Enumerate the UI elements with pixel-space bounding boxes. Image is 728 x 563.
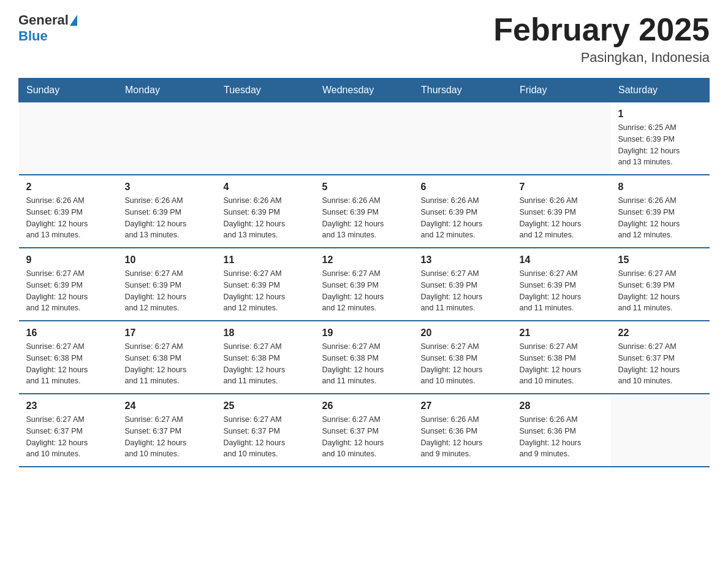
calendar-cell: 4Sunrise: 6:26 AMSunset: 6:39 PMDaylight… — [216, 175, 315, 248]
calendar-cell: 27Sunrise: 6:26 AMSunset: 6:36 PMDayligh… — [414, 394, 512, 467]
calendar-subtitle: Pasingkan, Indonesia — [493, 50, 710, 66]
calendar-cell: 1Sunrise: 6:25 AMSunset: 6:39 PMDaylight… — [611, 102, 710, 175]
day-number: 9 — [26, 255, 110, 266]
day-number: 10 — [125, 255, 209, 266]
day-number: 1 — [618, 109, 702, 120]
day-info: Sunrise: 6:26 AMSunset: 6:36 PMDaylight:… — [421, 414, 505, 460]
day-number: 4 — [224, 182, 308, 193]
day-number: 19 — [322, 327, 406, 339]
calendar-cell: 16Sunrise: 6:27 AMSunset: 6:38 PMDayligh… — [19, 321, 118, 394]
weekday-header-saturday: Saturday — [611, 79, 710, 102]
calendar-week-row: 16Sunrise: 6:27 AMSunset: 6:38 PMDayligh… — [19, 321, 710, 394]
day-info: Sunrise: 6:27 AMSunset: 6:37 PMDaylight:… — [125, 414, 209, 460]
calendar-week-row: 2Sunrise: 6:26 AMSunset: 6:39 PMDaylight… — [19, 175, 710, 248]
day-info: Sunrise: 6:27 AMSunset: 6:39 PMDaylight:… — [26, 268, 110, 314]
day-info: Sunrise: 6:27 AMSunset: 6:38 PMDaylight:… — [322, 341, 406, 387]
weekday-header-row: SundayMondayTuesdayWednesdayThursdayFrid… — [19, 79, 710, 102]
day-number: 11 — [224, 255, 308, 266]
day-number: 2 — [26, 182, 110, 193]
day-number: 20 — [421, 327, 505, 339]
calendar-cell — [611, 394, 710, 467]
calendar-cell: 13Sunrise: 6:27 AMSunset: 6:39 PMDayligh… — [414, 248, 512, 321]
day-info: Sunrise: 6:27 AMSunset: 6:37 PMDaylight:… — [26, 414, 110, 460]
day-number: 21 — [520, 327, 604, 339]
calendar-cell: 3Sunrise: 6:26 AMSunset: 6:39 PMDaylight… — [118, 175, 216, 248]
day-info: Sunrise: 6:26 AMSunset: 6:39 PMDaylight:… — [125, 195, 209, 241]
day-info: Sunrise: 6:26 AMSunset: 6:39 PMDaylight:… — [322, 195, 406, 241]
calendar-cell: 21Sunrise: 6:27 AMSunset: 6:38 PMDayligh… — [512, 321, 611, 394]
calendar-cell: 7Sunrise: 6:26 AMSunset: 6:39 PMDaylight… — [512, 175, 611, 248]
day-info: Sunrise: 6:26 AMSunset: 6:36 PMDaylight:… — [520, 414, 604, 460]
calendar-cell: 20Sunrise: 6:27 AMSunset: 6:38 PMDayligh… — [414, 321, 512, 394]
day-number: 26 — [322, 400, 406, 412]
calendar-cell: 25Sunrise: 6:27 AMSunset: 6:37 PMDayligh… — [216, 394, 315, 467]
calendar-cell — [315, 102, 414, 175]
calendar-week-row: 1Sunrise: 6:25 AMSunset: 6:39 PMDaylight… — [19, 102, 710, 175]
day-number: 17 — [125, 327, 209, 339]
calendar-cell: 26Sunrise: 6:27 AMSunset: 6:37 PMDayligh… — [315, 394, 414, 467]
day-number: 25 — [224, 400, 308, 412]
calendar-cell: 15Sunrise: 6:27 AMSunset: 6:39 PMDayligh… — [611, 248, 710, 321]
day-number: 23 — [26, 400, 110, 412]
day-info: Sunrise: 6:26 AMSunset: 6:39 PMDaylight:… — [26, 195, 110, 241]
weekday-header-monday: Monday — [118, 79, 216, 102]
calendar-cell: 22Sunrise: 6:27 AMSunset: 6:37 PMDayligh… — [611, 321, 710, 394]
calendar-table: SundayMondayTuesdayWednesdayThursdayFrid… — [18, 78, 710, 467]
page-header: General Blue February 2025 Pasingkan, In… — [18, 12, 710, 66]
calendar-cell: 17Sunrise: 6:27 AMSunset: 6:38 PMDayligh… — [118, 321, 216, 394]
weekday-header-thursday: Thursday — [414, 79, 512, 102]
day-info: Sunrise: 6:27 AMSunset: 6:39 PMDaylight:… — [520, 268, 604, 314]
day-info: Sunrise: 6:26 AMSunset: 6:39 PMDaylight:… — [618, 195, 702, 241]
calendar-cell: 5Sunrise: 6:26 AMSunset: 6:39 PMDaylight… — [315, 175, 414, 248]
day-number: 24 — [125, 400, 209, 412]
calendar-cell: 10Sunrise: 6:27 AMSunset: 6:39 PMDayligh… — [118, 248, 216, 321]
day-info: Sunrise: 6:27 AMSunset: 6:37 PMDaylight:… — [322, 414, 406, 460]
calendar-cell: 9Sunrise: 6:27 AMSunset: 6:39 PMDaylight… — [19, 248, 118, 321]
calendar-cell: 24Sunrise: 6:27 AMSunset: 6:37 PMDayligh… — [118, 394, 216, 467]
day-number: 3 — [125, 182, 209, 193]
day-number: 28 — [520, 400, 604, 412]
calendar-cell: 6Sunrise: 6:26 AMSunset: 6:39 PMDaylight… — [414, 175, 512, 248]
calendar-cell: 14Sunrise: 6:27 AMSunset: 6:39 PMDayligh… — [512, 248, 611, 321]
calendar-cell: 23Sunrise: 6:27 AMSunset: 6:37 PMDayligh… — [19, 394, 118, 467]
logo-general-text: General — [18, 12, 69, 28]
day-info: Sunrise: 6:27 AMSunset: 6:39 PMDaylight:… — [421, 268, 505, 314]
calendar-cell: 18Sunrise: 6:27 AMSunset: 6:38 PMDayligh… — [216, 321, 315, 394]
calendar-cell — [216, 102, 315, 175]
calendar-cell: 28Sunrise: 6:26 AMSunset: 6:36 PMDayligh… — [512, 394, 611, 467]
logo: General Blue — [18, 12, 78, 44]
day-info: Sunrise: 6:26 AMSunset: 6:39 PMDaylight:… — [224, 195, 308, 241]
calendar-cell — [512, 102, 611, 175]
calendar-header: SundayMondayTuesdayWednesdayThursdayFrid… — [19, 79, 710, 102]
day-number: 8 — [618, 182, 702, 193]
day-number: 22 — [618, 327, 702, 339]
day-number: 7 — [520, 182, 604, 193]
calendar-week-row: 23Sunrise: 6:27 AMSunset: 6:37 PMDayligh… — [19, 394, 710, 467]
day-number: 18 — [224, 327, 308, 339]
calendar-cell: 11Sunrise: 6:27 AMSunset: 6:39 PMDayligh… — [216, 248, 315, 321]
day-info: Sunrise: 6:27 AMSunset: 6:39 PMDaylight:… — [618, 268, 702, 314]
day-info: Sunrise: 6:27 AMSunset: 6:38 PMDaylight:… — [421, 341, 505, 387]
day-info: Sunrise: 6:27 AMSunset: 6:38 PMDaylight:… — [520, 341, 604, 387]
day-info: Sunrise: 6:27 AMSunset: 6:38 PMDaylight:… — [26, 341, 110, 387]
calendar-body: 1Sunrise: 6:25 AMSunset: 6:39 PMDaylight… — [19, 102, 710, 467]
calendar-week-row: 9Sunrise: 6:27 AMSunset: 6:39 PMDaylight… — [19, 248, 710, 321]
day-number: 15 — [618, 255, 702, 266]
calendar-cell — [118, 102, 216, 175]
day-info: Sunrise: 6:26 AMSunset: 6:39 PMDaylight:… — [520, 195, 604, 241]
day-number: 16 — [26, 327, 110, 339]
day-info: Sunrise: 6:27 AMSunset: 6:38 PMDaylight:… — [125, 341, 209, 387]
logo-triangle-icon — [70, 15, 77, 26]
calendar-cell — [414, 102, 512, 175]
weekday-header-tuesday: Tuesday — [216, 79, 315, 102]
day-info: Sunrise: 6:27 AMSunset: 6:39 PMDaylight:… — [125, 268, 209, 314]
weekday-header-wednesday: Wednesday — [315, 79, 414, 102]
day-number: 12 — [322, 255, 406, 266]
day-info: Sunrise: 6:25 AMSunset: 6:39 PMDaylight:… — [618, 122, 702, 168]
calendar-cell: 19Sunrise: 6:27 AMSunset: 6:38 PMDayligh… — [315, 321, 414, 394]
day-info: Sunrise: 6:27 AMSunset: 6:38 PMDaylight:… — [224, 341, 308, 387]
day-info: Sunrise: 6:27 AMSunset: 6:39 PMDaylight:… — [322, 268, 406, 314]
day-number: 14 — [520, 255, 604, 266]
day-number: 13 — [421, 255, 505, 266]
day-info: Sunrise: 6:27 AMSunset: 6:39 PMDaylight:… — [224, 268, 308, 314]
